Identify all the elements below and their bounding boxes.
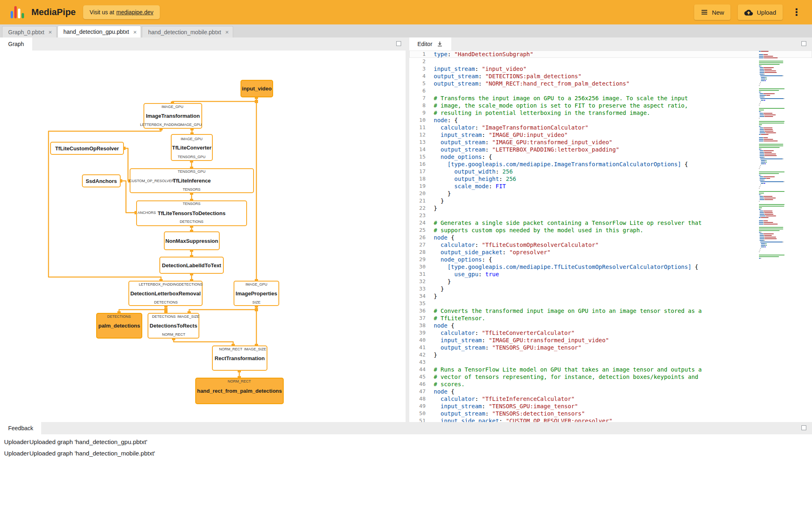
code-text: } [430, 293, 437, 300]
visit-us-chip[interactable]: Visit us at mediapipe.dev [83, 5, 160, 19]
close-tab-icon[interactable]: × [225, 29, 229, 35]
code-line[interactable]: 8# image, the scale_mode option is set t… [409, 102, 812, 109]
code-line[interactable]: 11 calculator: "ImageTransformationCalcu… [409, 124, 812, 131]
graph-canvas[interactable]: input_videoImageTransformationIMAGE_GPUL… [0, 51, 406, 422]
graph-node-input_video[interactable]: input_video [241, 80, 273, 97]
code-line[interactable]: 26node { [409, 234, 812, 241]
line-number: 42 [409, 351, 430, 359]
code-line[interactable]: 14 output_stream: "LETTERBOX_PADDING:let… [409, 146, 812, 153]
code-text: node_options: { [430, 153, 492, 161]
code-line[interactable]: 17 output_width: 256 [409, 168, 812, 175]
file-tab[interactable]: hand_detection_mobile.pbtxt× [142, 26, 233, 37]
close-tab-icon[interactable]: × [133, 29, 137, 35]
code-line[interactable]: 40 input_stream: "IMAGE_GPU:transformed_… [409, 337, 812, 344]
graph-node-title: DetectionsToRects [150, 323, 197, 329]
code-line[interactable]: 38node { [409, 322, 812, 329]
graph-node-NonMaxSuppression[interactable]: NonMaxSuppression [164, 231, 220, 250]
graph-node-title: TfLiteTensorsToDetections [158, 210, 225, 216]
code-line[interactable]: 10node: { [409, 117, 812, 124]
code-line[interactable]: 32 } [409, 278, 812, 285]
code-line[interactable]: 41 output_stream: "TENSORS_GPU:image_ten… [409, 344, 812, 351]
code-line[interactable]: 49 input_stream: "TENSORS_GPU:image_tens… [409, 403, 812, 410]
code-line[interactable]: 46# scores. [409, 381, 812, 388]
line-number: 50 [409, 410, 430, 417]
port-label: TENSORS [183, 187, 201, 191]
code-text: # image, the scale_mode option is set to… [430, 102, 688, 109]
code-editor[interactable]: 1type: "HandDetectionSubgraph"23input_st… [409, 51, 812, 422]
code-line[interactable]: 48 calculator: "TfLiteInferenceCalculato… [409, 395, 812, 403]
code-line[interactable]: 42} [409, 351, 812, 359]
code-line[interactable]: 19 scale_mode: FIT [409, 183, 812, 190]
code-line[interactable]: 35 [409, 300, 812, 307]
graph-tab[interactable]: Graph [0, 37, 32, 51]
code-text: calculator: "TfLiteCustomOpResolverCalcu… [430, 241, 599, 249]
new-button[interactable]: New [694, 4, 730, 20]
code-line[interactable]: 23 [409, 212, 812, 219]
code-line[interactable]: 15 node_options: { [409, 153, 812, 161]
code-line[interactable]: 37# TfLiteTensor. [409, 315, 812, 322]
code-line[interactable]: 6 [409, 87, 812, 95]
feedback-row: UploaderUploaded graph 'hand_detection_g… [0, 436, 812, 447]
code-line[interactable]: 51 input_side_packet: "CUSTOM_OP_RESOLVE… [409, 417, 812, 422]
code-line[interactable]: 13 output_stream: "IMAGE_GPU:transformed… [409, 139, 812, 146]
code-line[interactable]: 4output_stream: "DETECTIONS:palm_detecti… [409, 73, 812, 80]
popout-icon[interactable] [801, 41, 806, 46]
code-text: # vector of tensors representing, for in… [430, 373, 698, 381]
graph-node-title: NonMaxSuppression [165, 238, 218, 244]
code-line[interactable]: 25# supports custom ops needed by the mo… [409, 227, 812, 234]
cloud-upload-icon [744, 9, 753, 15]
code-line[interactable]: 27 calculator: "TfLiteCustomOpResolverCa… [409, 241, 812, 249]
code-line[interactable]: 30 [type.googleapis.com/mediapipe.TfLite… [409, 263, 812, 271]
graph-node-DetectionLabelIdToText[interactable]: DetectionLabelIdToText [159, 257, 224, 274]
code-line[interactable]: 7# Transforms the input image on GPU to … [409, 95, 812, 102]
graph-edge [189, 310, 256, 313]
line-number: 48 [409, 395, 430, 403]
kebab-menu-icon[interactable]: ⋮ [790, 7, 803, 17]
graph-edge [124, 148, 130, 181]
code-line[interactable]: 2 [409, 58, 812, 65]
line-number: 27 [409, 241, 430, 249]
feedback-tab[interactable]: Feedback [0, 422, 41, 434]
code-line[interactable]: 31 use_gpu: true [409, 271, 812, 278]
close-tab-icon[interactable]: × [49, 29, 52, 35]
upload-button[interactable]: Upload [738, 4, 783, 20]
code-line[interactable]: 33 } [409, 285, 812, 293]
code-line[interactable]: 50 output_stream: "TENSORS:detection_ten… [409, 410, 812, 417]
minimap[interactable] [758, 51, 792, 262]
editor-tab[interactable]: Editor [409, 37, 451, 51]
code-text: [type.googleapis.com/mediapipe.TfLiteCus… [430, 263, 698, 271]
file-tab[interactable]: Graph_0.pbtxt× [2, 26, 57, 37]
code-line[interactable]: 34} [409, 293, 812, 300]
code-line[interactable]: 28 output_side_packet: "opresolver" [409, 249, 812, 256]
code-line[interactable]: 1type: "HandDetectionSubgraph" [409, 51, 812, 58]
code-line[interactable]: 47node { [409, 388, 812, 395]
graph-tab-label: Graph [8, 41, 24, 47]
code-line[interactable]: 3input_stream: "input_video" [409, 65, 812, 73]
code-line[interactable]: 9# resulting in potential letterboxing i… [409, 109, 812, 117]
graph-node-SsdAnchors[interactable]: SsdAnchors [82, 174, 121, 187]
popout-icon[interactable] [801, 425, 806, 430]
code-line[interactable]: 16 [type.googleapis.com/mediapipe.ImageT… [409, 161, 812, 168]
popout-icon[interactable] [396, 41, 401, 46]
code-line[interactable]: 12 input_stream: "IMAGE_GPU:input_video" [409, 131, 812, 139]
feedback-strip: Feedback [0, 422, 812, 434]
code-line[interactable]: 24# Generates a single side packet conta… [409, 219, 812, 227]
code-line[interactable]: 36# Converts the transformed input image… [409, 307, 812, 315]
mediapipe-dev-link[interactable]: mediapipe.dev [116, 9, 153, 15]
download-icon[interactable] [437, 41, 443, 47]
graph-node-title: TfLiteCustomOpResolver [55, 145, 119, 152]
code-line[interactable]: 18 output_height: 256 [409, 175, 812, 183]
code-line[interactable]: 5output_stream: "NORM_RECT:hand_rect_fro… [409, 80, 812, 87]
code-line[interactable]: 21 } [409, 197, 812, 205]
code-line[interactable]: 45# vector of tensors representing, for … [409, 373, 812, 381]
code-line[interactable]: 20 } [409, 190, 812, 197]
file-tab[interactable]: hand_detection_gpu.pbtxt× [57, 26, 141, 37]
code-line[interactable]: 22} [409, 205, 812, 212]
code-line[interactable]: 29 node_options: { [409, 256, 812, 263]
code-line[interactable]: 44# Runs a TensorFlow Lite model on GPU … [409, 366, 812, 373]
graph-node-TfLiteCustomOpResolver[interactable]: TfLiteCustomOpResolver [50, 142, 124, 155]
code-line[interactable]: 39 calculator: "TfLiteConverterCalculato… [409, 329, 812, 337]
line-number: 9 [409, 109, 430, 117]
code-line[interactable]: 43 [409, 359, 812, 366]
pane-splitter[interactable] [406, 51, 409, 422]
